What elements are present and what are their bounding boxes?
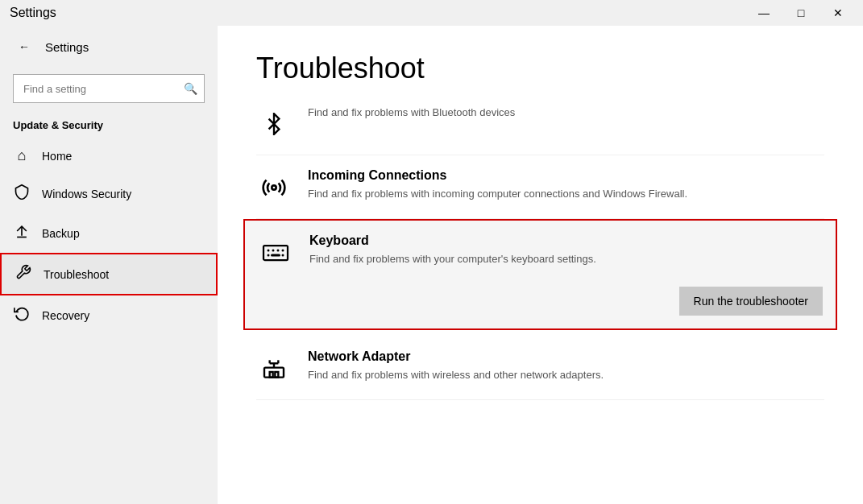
incoming-connections-icon bbox=[256, 170, 292, 205]
svg-rect-12 bbox=[270, 372, 273, 378]
search-icon-button[interactable]: 🔍 bbox=[176, 74, 205, 103]
title-bar-title: Settings bbox=[10, 6, 56, 20]
svg-rect-13 bbox=[275, 372, 278, 378]
keyboard-icon bbox=[258, 235, 293, 271]
svg-point-2 bbox=[272, 185, 276, 189]
bluetooth-icon bbox=[256, 106, 292, 142]
shield-icon bbox=[13, 184, 31, 204]
svg-rect-3 bbox=[263, 246, 288, 260]
search-icon: 🔍 bbox=[184, 82, 197, 95]
run-troubleshooter-button[interactable]: Run the troubleshooter bbox=[679, 287, 823, 316]
troubleshoot-item-incoming[interactable]: Incoming Connections Find and fix proble… bbox=[256, 155, 824, 219]
page-title: Troubleshoot bbox=[256, 52, 824, 85]
network-adapter-text: Network Adapter Find and fix problems wi… bbox=[308, 349, 824, 383]
keyboard-text: Keyboard Find and fix problems with your… bbox=[309, 233, 823, 267]
sidebar-item-backup[interactable]: Backup bbox=[0, 213, 218, 253]
backup-icon bbox=[13, 223, 31, 243]
troubleshoot-item-bluetooth[interactable]: Find and fix problems with Bluetooth dev… bbox=[256, 105, 824, 155]
home-icon: ⌂ bbox=[13, 147, 31, 164]
title-bar-left: Settings bbox=[10, 6, 56, 20]
network-adapter-name: Network Adapter bbox=[308, 349, 824, 364]
bluetooth-text: Find and fix problems with Bluetooth dev… bbox=[308, 105, 824, 121]
troubleshoot-item-keyboard[interactable]: Keyboard Find and fix problems with your… bbox=[243, 219, 837, 330]
sidebar-item-troubleshoot[interactable]: Troubleshoot bbox=[0, 253, 218, 295]
sidebar-item-home[interactable]: ⌂ Home bbox=[0, 138, 218, 174]
minimize-button[interactable]: — bbox=[745, 0, 782, 26]
main-container: ← Settings 🔍 Update & Security ⌂ Home Wi… bbox=[0, 26, 863, 504]
sidebar-item-label-troubleshoot: Troubleshoot bbox=[44, 268, 109, 281]
wrench-icon bbox=[15, 264, 32, 284]
sidebar-item-label-recovery: Recovery bbox=[42, 309, 89, 322]
network-adapter-desc: Find and fix problems with wireless and … bbox=[308, 367, 824, 383]
content-area: Troubleshoot Find and fix problems with … bbox=[218, 26, 863, 504]
sidebar-app-title: Settings bbox=[45, 40, 89, 54]
title-bar: Settings — □ ✕ bbox=[0, 0, 863, 26]
back-button[interactable]: ← bbox=[13, 35, 35, 58]
keyboard-item-top: Keyboard Find and fix problems with your… bbox=[258, 233, 823, 271]
incoming-connections-desc: Find and fix problems with incoming comp… bbox=[308, 186, 824, 202]
svg-rect-11 bbox=[264, 368, 284, 378]
troubleshoot-item-network[interactable]: Network Adapter Find and fix problems wi… bbox=[256, 337, 824, 400]
sidebar-section-title: Update & Security bbox=[0, 116, 218, 138]
keyboard-name: Keyboard bbox=[309, 233, 823, 248]
sidebar-item-label-home: Home bbox=[42, 150, 72, 163]
incoming-connections-name: Incoming Connections bbox=[308, 168, 824, 183]
network-adapter-icon bbox=[256, 351, 292, 386]
keyboard-item-bottom: Run the troubleshooter bbox=[258, 277, 823, 316]
maximize-button[interactable]: □ bbox=[782, 0, 819, 26]
sidebar-item-label-backup: Backup bbox=[42, 227, 80, 240]
search-box: 🔍 bbox=[13, 74, 205, 103]
sidebar-item-label-security: Windows Security bbox=[42, 188, 131, 200]
title-bar-controls: — □ ✕ bbox=[745, 0, 857, 26]
sidebar-item-windows-security[interactable]: Windows Security bbox=[0, 174, 218, 213]
sidebar-header: ← Settings bbox=[0, 26, 218, 68]
bluetooth-desc: Find and fix problems with Bluetooth dev… bbox=[308, 105, 824, 121]
sidebar-item-recovery[interactable]: Recovery bbox=[0, 295, 218, 335]
sidebar: ← Settings 🔍 Update & Security ⌂ Home Wi… bbox=[0, 26, 218, 504]
recovery-icon bbox=[13, 305, 31, 325]
keyboard-desc: Find and fix problems with your computer… bbox=[309, 251, 823, 267]
incoming-connections-text: Incoming Connections Find and fix proble… bbox=[308, 168, 824, 202]
close-button[interactable]: ✕ bbox=[819, 0, 857, 26]
